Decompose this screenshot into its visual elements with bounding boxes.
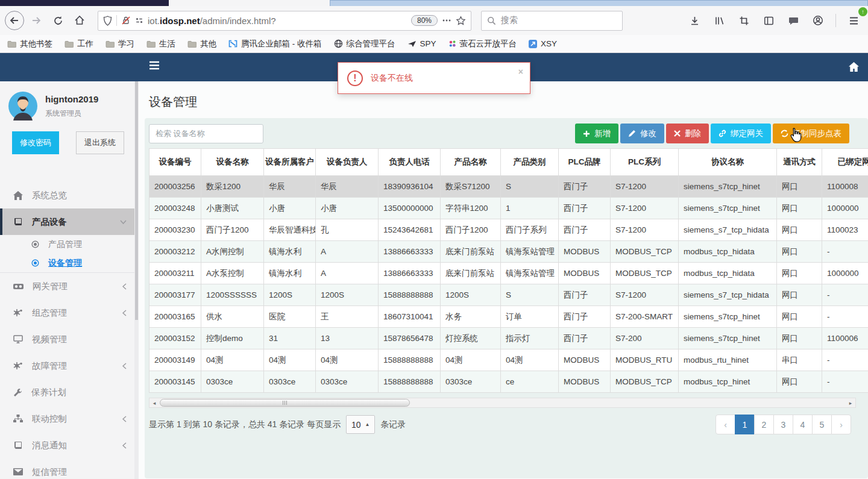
sidebar-item-fault[interactable]: 故障管理 — [0, 352, 139, 379]
column-header[interactable]: 产品名称 — [441, 149, 501, 176]
reload-icon[interactable] — [48, 11, 68, 30]
sidebar-item-gateway[interactable]: 网关管理 — [0, 273, 139, 299]
table-row[interactable]: 200003212A水闸控制镇海水利A13886663333底来门前泵站镇海泵站… — [149, 241, 868, 263]
column-header[interactable]: 已绑定网关 — [822, 149, 868, 176]
scrollbar-thumb[interactable] — [160, 399, 410, 407]
navbar-home-icon[interactable] — [848, 61, 860, 72]
column-header[interactable]: 负责人电话 — [379, 149, 441, 176]
change-password-button[interactable]: 修改密码 — [12, 131, 59, 154]
table-row[interactable]: 2000031450303ce0303ce0303ce1588888888803… — [149, 371, 868, 393]
downloads-icon[interactable] — [685, 11, 704, 30]
page-size-select[interactable]: 10▲ — [346, 415, 375, 434]
page-number[interactable]: 5 — [812, 415, 832, 434]
column-header[interactable]: 设备编号 — [149, 149, 201, 176]
column-header[interactable]: 协议名称 — [679, 149, 777, 176]
page-actions-icon[interactable] — [442, 16, 451, 25]
add-button[interactable]: 新增 — [575, 124, 618, 143]
page-number[interactable]: 3 — [773, 415, 793, 434]
bookmark-star-icon[interactable] — [456, 16, 466, 26]
bookmark-item[interactable]: 腾讯企业邮箱 - 收件箱 — [228, 39, 322, 49]
forward-icon[interactable] — [27, 11, 46, 30]
table-cell: 13 — [316, 328, 379, 349]
table-row[interactable]: 200003152控制demo311315878656478灯控系统指示灯西门子… — [149, 328, 868, 349]
bookmark-item[interactable]: SPY — [407, 39, 436, 48]
bookmark-folder[interactable]: 其他书签 — [7, 39, 52, 49]
bookmark-folder[interactable]: 生活 — [146, 39, 175, 49]
copy-sync-table-button[interactable]: 复制同步点表 — [773, 124, 849, 143]
table-cell: 1200SSSSSS — [201, 284, 264, 306]
sidebar-item-linkage[interactable]: 联动控制 — [0, 405, 139, 432]
menu-toggle-icon[interactable] — [149, 61, 160, 70]
bookmark-folder[interactable]: 其他 — [187, 39, 216, 49]
screenshot-icon[interactable] — [734, 11, 753, 30]
sidebar-item-video[interactable]: 视频管理 — [0, 326, 139, 352]
table-row[interactable]: 200003230西门子1200华辰智通科技孔15243642681西门子120… — [149, 219, 868, 241]
page-number[interactable]: 4 — [793, 415, 813, 434]
sidebar-scrollbar[interactable] — [134, 81, 139, 479]
bookmark-folder[interactable]: 学习 — [105, 39, 134, 49]
insecure-lock-icon[interactable] — [121, 16, 131, 25]
browser-tab[interactable] — [330, 0, 868, 6]
back-icon[interactable] — [5, 11, 24, 30]
xsy-icon — [529, 40, 537, 48]
table-row[interactable]: 200003256数采1200华辰华辰18390936104数采S71200S西… — [149, 176, 868, 198]
zoom-level-badge[interactable]: 80% — [411, 15, 438, 26]
sidebar-item-sms[interactable]: 短信管理 — [0, 459, 139, 479]
sidebar-item-product-management[interactable]: 产品管理 — [0, 235, 139, 254]
browser-search[interactable]: 搜索 — [481, 11, 623, 31]
edit-button[interactable]: 修改 — [620, 124, 664, 143]
sidebar-item-configuration[interactable]: 组态管理 — [0, 299, 139, 326]
scroll-left-icon[interactable]: ◂ — [149, 400, 159, 406]
account-icon[interactable] — [808, 11, 828, 30]
table-cell: 医院 — [264, 306, 316, 328]
column-header[interactable]: 设备负责人 — [316, 149, 379, 176]
ezviz-icon — [448, 40, 456, 48]
column-header[interactable]: 产品类别 — [501, 149, 559, 176]
tabstrip-gap — [169, 0, 330, 6]
table-cell: A — [316, 263, 379, 284]
update-badge-icon: ↑ — [858, 7, 867, 16]
table-row[interactable]: 200003165供水医院王18607310041水务订单西门子S7-200-S… — [149, 306, 868, 328]
app-menu-icon[interactable]: ↑ — [844, 11, 863, 30]
table-row[interactable]: 200003211A水泵控制镇海水利A13886663333底来门前泵站镇海泵站… — [149, 263, 868, 284]
sidebar-item-notifications[interactable]: 消息通知 — [0, 432, 139, 459]
pocket-chat-icon[interactable] — [784, 11, 803, 30]
sidebar-item-device-management[interactable]: 设备管理 — [0, 254, 139, 272]
sidebar-item-maintenance[interactable]: 保养计划 — [0, 379, 139, 405]
page-number[interactable]: 2 — [754, 415, 774, 434]
bookmark-folder[interactable]: 工作 — [64, 39, 93, 49]
column-header[interactable]: 设备所属客户 — [264, 149, 316, 176]
column-header[interactable]: PLC品牌 — [559, 149, 611, 176]
device-search-input[interactable] — [149, 124, 263, 143]
library-icon[interactable] — [709, 11, 729, 30]
sidebar-item-product-device[interactable]: 产品设备 — [0, 208, 139, 235]
table-row[interactable]: 20000314904测04测04测1588888888804测04测MODBU… — [149, 349, 868, 371]
alert-close-icon[interactable]: × — [518, 67, 523, 77]
url-bar[interactable]: iot.idosp.net/admin/index.html? 80% — [98, 11, 471, 31]
delete-button[interactable]: 删除 — [666, 124, 709, 143]
table-row[interactable]: 200003248小唐测试小唐小唐13500000000字符串12001西门子S… — [149, 198, 868, 219]
permissions-icon[interactable] — [135, 16, 143, 25]
bookmark-item[interactable]: XSY — [529, 39, 557, 48]
page-number[interactable]: 1 — [735, 415, 755, 434]
table-row[interactable]: 2000031771200SSSSSS1200S1200S15888888888… — [149, 284, 868, 306]
home-icon[interactable] — [70, 11, 89, 30]
table-cell: 西门子 — [559, 198, 611, 219]
bookmark-item[interactable]: 萤石云开放平台 — [448, 39, 517, 49]
page-next[interactable]: › — [831, 415, 851, 434]
scroll-right-icon[interactable]: ▸ — [846, 400, 855, 406]
table-cell: S7-1200 — [611, 176, 679, 198]
plus-icon — [583, 130, 590, 137]
table-cell: 底来门前泵站 — [441, 241, 501, 263]
logout-button[interactable]: 退出系统 — [76, 131, 124, 154]
tracking-shield-icon[interactable] — [103, 16, 112, 26]
bookmark-item[interactable]: 综合管理平台 — [334, 39, 395, 49]
bind-gateway-button[interactable]: 绑定网关 — [711, 124, 771, 143]
horizontal-scrollbar[interactable]: ◂ ▸ — [149, 398, 856, 408]
column-header[interactable]: PLC系列 — [611, 149, 679, 176]
column-header[interactable]: 通讯方式 — [777, 149, 822, 176]
page-prev[interactable]: ‹ — [715, 415, 735, 434]
sidebars-icon[interactable] — [759, 11, 778, 30]
column-header[interactable]: 设备名称 — [201, 149, 264, 176]
sidebar-item-overview[interactable]: 系统总览 — [0, 182, 139, 208]
